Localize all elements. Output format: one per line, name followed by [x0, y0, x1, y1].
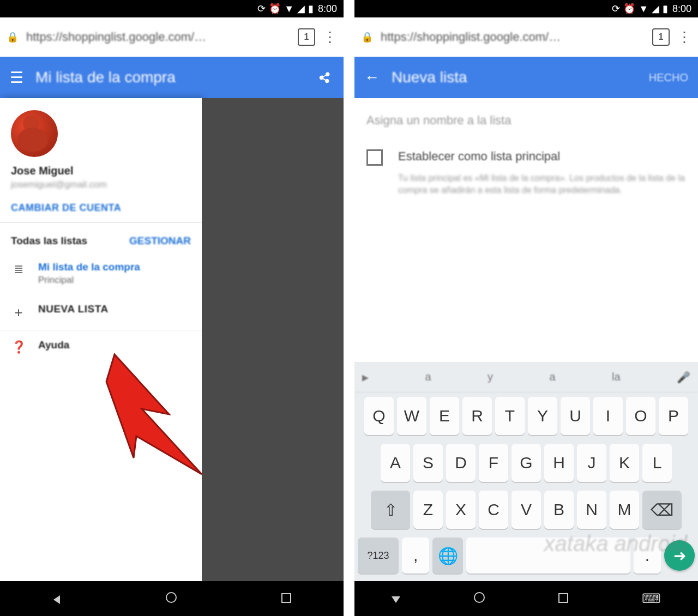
set-primary-description: Tu lista principal es «Mi lista de la co… — [354, 170, 698, 204]
key-c[interactable]: C — [479, 491, 508, 529]
alarm-icon: ⏰ — [269, 3, 281, 15]
set-primary-checkbox[interactable] — [366, 149, 383, 166]
key-f[interactable]: F — [479, 444, 508, 482]
key-space[interactable] — [466, 538, 630, 573]
key-shift[interactable]: ⇧ — [371, 491, 410, 529]
lock-icon: 🔒 — [7, 31, 19, 43]
key-b[interactable]: B — [544, 491, 574, 529]
keyboard-suggestion-row[interactable]: ▸ a y a la 🎤 — [354, 362, 698, 392]
share-icon[interactable] — [317, 68, 334, 87]
keyboard-row-2: A S D F G H J K L — [354, 439, 698, 486]
set-primary-label: Establecer como lista principal — [398, 149, 560, 164]
key-period[interactable]: . — [634, 538, 661, 573]
browser-url-bar[interactable]: 🔒 https://shoppinglist.google.com/… 1 ⋮ — [354, 17, 698, 57]
key-o[interactable]: O — [626, 397, 655, 435]
help-label: Ayuda — [38, 339, 69, 351]
key-k[interactable]: K — [610, 444, 639, 482]
on-screen-keyboard[interactable]: ▸ a y a la 🎤 Q W E R T Y U I O P A — [354, 362, 698, 581]
keyboard-row-1: Q W E R T Y U I O P — [354, 392, 698, 439]
keyboard-row-3: ⇧ Z X C V B N M ⌫ — [354, 486, 698, 533]
tab-count-button[interactable]: 1 — [298, 28, 315, 46]
tab-count-button[interactable]: 1 — [652, 28, 670, 46]
alarm-icon: ⏰ — [623, 3, 635, 15]
key-r[interactable]: R — [462, 397, 492, 435]
status-icons: ⟳ ⏰ ▼ ◢ ▮ — [257, 3, 314, 15]
key-symbols[interactable]: ?123 — [358, 538, 399, 573]
key-t[interactable]: T — [495, 397, 525, 435]
back-arrow-icon[interactable]: ← — [364, 69, 380, 86]
key-backspace[interactable]: ⌫ — [642, 491, 682, 529]
key-a[interactable]: A — [381, 444, 410, 482]
key-globe[interactable]: 🌐 — [432, 538, 463, 573]
key-d[interactable]: D — [446, 444, 476, 482]
suggestion[interactable]: a — [549, 371, 555, 383]
drawer-overlay[interactable] — [202, 98, 344, 581]
drawer-scrim[interactable]: Jose Miguel josemiguel@gmail.com CAMBIAR… — [0, 98, 344, 581]
avatar[interactable] — [11, 110, 58, 157]
key-i[interactable]: I — [593, 397, 623, 435]
suggestion[interactable]: a — [425, 371, 431, 383]
new-list-form: Asigna un nombre a la lista Establecer c… — [354, 98, 698, 581]
new-list-label: NUEVA LISTA — [38, 303, 109, 315]
primary-list-subtitle: Principal — [38, 275, 140, 286]
nav-recent-icon[interactable] — [558, 591, 568, 606]
app-header: ☰ Mi lista de la compra — [0, 57, 344, 98]
help-icon: ❓ — [11, 339, 26, 354]
drawer-item-new-list[interactable]: + NUEVA LISTA — [0, 294, 202, 330]
key-h[interactable]: H — [544, 444, 574, 482]
android-nav-bar: ⌨ — [354, 581, 698, 616]
sync-icon: ⟳ — [612, 3, 620, 15]
key-w[interactable]: W — [397, 397, 426, 435]
key-u[interactable]: U — [561, 397, 590, 435]
suggestion[interactable]: la — [612, 371, 621, 383]
manage-link[interactable]: GESTIONAR — [129, 235, 191, 247]
key-q[interactable]: Q — [364, 397, 394, 435]
page-title: Mi lista de la compra — [35, 69, 305, 86]
switch-account-link[interactable]: CAMBIAR DE CUENTA — [11, 202, 191, 214]
browser-url-bar[interactable]: 🔒 https://shoppinglist.google.com/… 1 ⋮ — [0, 17, 344, 57]
list-name-input[interactable]: Asigna un nombre a la lista — [366, 113, 686, 128]
list-icon: ≣ — [11, 261, 26, 276]
nav-home-icon[interactable] — [474, 591, 485, 606]
url-text[interactable]: https://shoppinglist.google.com/… — [26, 30, 290, 44]
nav-home-icon[interactable] — [166, 591, 177, 606]
key-m[interactable]: M — [610, 491, 639, 529]
account-email: josemiguel@gmail.com — [11, 179, 191, 190]
key-n[interactable]: N — [577, 491, 606, 529]
page-title: Nueva lista — [392, 69, 637, 86]
phone-left: ⟳ ⏰ ▼ ◢ ▮ 8:00 🔒 https://shoppinglist.go… — [0, 0, 344, 616]
key-enter[interactable]: ➜ — [664, 540, 695, 571]
url-text[interactable]: https://shoppinglist.google.com/… — [381, 30, 645, 44]
done-button[interactable]: HECHO — [649, 71, 688, 84]
navigation-drawer: Jose Miguel josemiguel@gmail.com CAMBIAR… — [0, 98, 202, 581]
wifi-icon: ▼ — [639, 3, 648, 15]
app-header: ← Nueva lista HECHO — [354, 57, 698, 98]
hamburger-icon[interactable]: ☰ — [10, 69, 23, 87]
wifi-icon: ▼ — [284, 3, 294, 15]
suggestion[interactable]: y — [488, 371, 493, 383]
mic-icon[interactable]: 🎤 — [677, 371, 690, 384]
key-x[interactable]: X — [446, 491, 476, 529]
lock-icon: 🔒 — [361, 31, 373, 43]
sync-icon: ⟳ — [257, 3, 266, 15]
key-e[interactable]: E — [430, 397, 459, 435]
key-l[interactable]: L — [642, 444, 672, 482]
drawer-item-help[interactable]: ❓ Ayuda — [0, 330, 202, 363]
browser-menu-icon[interactable]: ⋮ — [677, 29, 691, 46]
nav-hide-keyboard-icon[interactable]: ⌨ — [642, 591, 661, 606]
key-comma[interactable]: , — [402, 538, 429, 573]
chevron-right-icon[interactable]: ▸ — [362, 370, 369, 385]
key-y[interactable]: Y — [528, 397, 557, 435]
key-z[interactable]: Z — [413, 491, 443, 529]
nav-recent-icon[interactable] — [281, 591, 291, 606]
key-g[interactable]: G — [512, 444, 541, 482]
key-p[interactable]: P — [659, 397, 688, 435]
drawer-item-primary-list[interactable]: ≣ Mi lista de la compra Principal — [0, 252, 202, 294]
nav-back-icon[interactable] — [392, 591, 400, 606]
browser-menu-icon[interactable]: ⋮ — [323, 29, 337, 46]
plus-icon: + — [11, 303, 26, 321]
nav-back-icon[interactable] — [52, 591, 61, 606]
key-s[interactable]: S — [413, 444, 443, 482]
key-j[interactable]: J — [577, 444, 606, 482]
key-v[interactable]: V — [512, 491, 541, 529]
